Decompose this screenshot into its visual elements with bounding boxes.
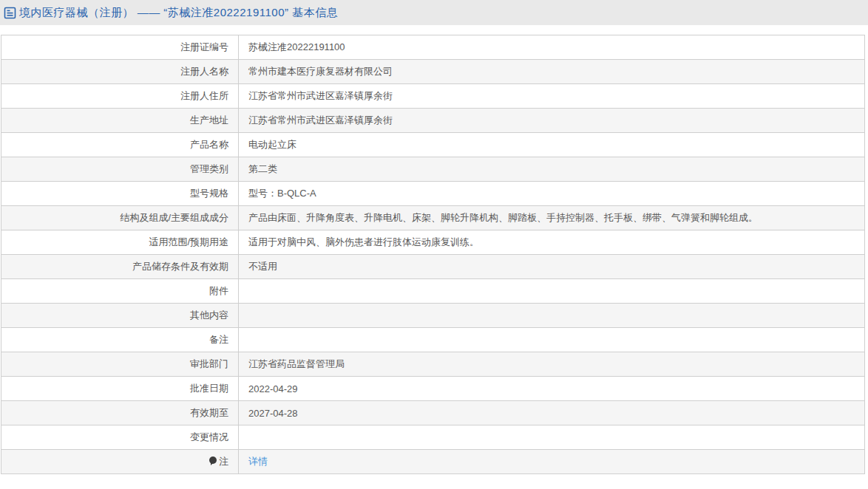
row-value: 第二类 xyxy=(239,157,865,182)
row-value: 产品由床面、升降角度表、升降电机、床架、脚轮升降机构、脚踏板、手持控制器、托手板… xyxy=(239,206,865,230)
device-info-table: 注册证编号 苏械注准20222191100 注册人名称 常州市建本医疗康复器材有… xyxy=(1,35,865,474)
table-row-attachments: 附件 xyxy=(1,279,865,304)
row-label: 生产地址 xyxy=(1,109,239,133)
row-label: 附件 xyxy=(1,279,239,304)
row-label: 适用范围/预期用途 xyxy=(1,230,239,255)
row-value: 江苏省常州市武进区嘉泽镇厚余街 xyxy=(239,84,865,109)
row-value: 详情 xyxy=(239,450,865,474)
table-row-model-spec: 型号规格 型号：B-QLC-A xyxy=(1,182,865,206)
device-info-table-body: 注册证编号 苏械注准20222191100 注册人名称 常州市建本医疗康复器材有… xyxy=(1,35,865,474)
row-label: 其他内容 xyxy=(1,304,239,328)
table-row-change-status: 变更情况 xyxy=(1,425,865,450)
row-value: 2027-04-28 xyxy=(239,401,865,425)
table-row-storage-conditions: 产品储存条件及有效期 不适用 xyxy=(1,255,865,279)
table-row-product-name: 产品名称 电动起立床 xyxy=(1,133,865,157)
row-value: 不适用 xyxy=(239,255,865,279)
row-label: 审批部门 xyxy=(1,352,239,377)
document-icon xyxy=(4,7,16,19)
row-label: 注册证编号 xyxy=(1,35,239,60)
row-label: 注册人名称 xyxy=(1,60,239,84)
row-value: 适用于对脑中风、脑外伤患者进行肢体运动康复训练。 xyxy=(239,230,865,255)
table-row-remarks: 备注 xyxy=(1,328,865,352)
row-label: 注 xyxy=(1,450,239,474)
row-value: 江苏省药品监督管理局 xyxy=(239,352,865,377)
row-value: 型号：B-QLC-A xyxy=(239,182,865,206)
details-link[interactable]: 详情 xyxy=(248,456,268,467)
table-row-intended-use: 适用范围/预期用途 适用于对脑中风、脑外伤患者进行肢体运动康复训练。 xyxy=(1,230,865,255)
row-value: 电动起立床 xyxy=(239,133,865,157)
title-bar: 境内医疗器械（注册） —— “苏械注准20222191100” 基本信息 xyxy=(0,0,868,25)
table-row-other-content: 其他内容 xyxy=(1,304,865,328)
row-value: 2022-04-29 xyxy=(239,377,865,401)
row-label: 型号规格 xyxy=(1,182,239,206)
table-row-registrant-name: 注册人名称 常州市建本医疗康复器材有限公司 xyxy=(1,60,865,84)
row-value: 苏械注准20222191100 xyxy=(239,35,865,60)
row-label: 变更情况 xyxy=(1,425,239,450)
table-row-registration-number: 注册证编号 苏械注准20222191100 xyxy=(1,35,865,60)
table-row-valid-until: 有效期至 2027-04-28 xyxy=(1,401,865,425)
row-label: 有效期至 xyxy=(1,401,239,425)
row-value xyxy=(239,279,865,304)
table-row-management-class: 管理类别 第二类 xyxy=(1,157,865,182)
row-label: 备注 xyxy=(1,328,239,352)
row-value: 江苏省常州市武进区嘉泽镇厚余街 xyxy=(239,109,865,133)
note-label: 注 xyxy=(219,456,228,467)
row-label: 管理类别 xyxy=(1,157,239,182)
row-value xyxy=(239,425,865,450)
row-label: 产品名称 xyxy=(1,133,239,157)
bulb-icon xyxy=(209,456,217,465)
row-value: 常州市建本医疗康复器材有限公司 xyxy=(239,60,865,84)
table-row-approval-department: 审批部门 江苏省药品监督管理局 xyxy=(1,352,865,377)
row-label: 结构及组成/主要组成成分 xyxy=(1,206,239,230)
table-row-production-address: 生产地址 江苏省常州市武进区嘉泽镇厚余街 xyxy=(1,109,865,133)
table-row-note: 注 详情 xyxy=(1,450,865,474)
row-value xyxy=(239,328,865,352)
table-row-structure-composition: 结构及组成/主要组成成分 产品由床面、升降角度表、升降电机、床架、脚轮升降机构、… xyxy=(1,206,865,230)
row-label: 批准日期 xyxy=(1,377,239,401)
table-row-approval-date: 批准日期 2022-04-29 xyxy=(1,377,865,401)
row-label: 产品储存条件及有效期 xyxy=(1,255,239,279)
table-row-registrant-address: 注册人住所 江苏省常州市武进区嘉泽镇厚余街 xyxy=(1,84,865,109)
row-value xyxy=(239,304,865,328)
page-title: 境内医疗器械（注册） —— “苏械注准20222191100” 基本信息 xyxy=(19,6,338,20)
row-label: 注册人住所 xyxy=(1,84,239,109)
